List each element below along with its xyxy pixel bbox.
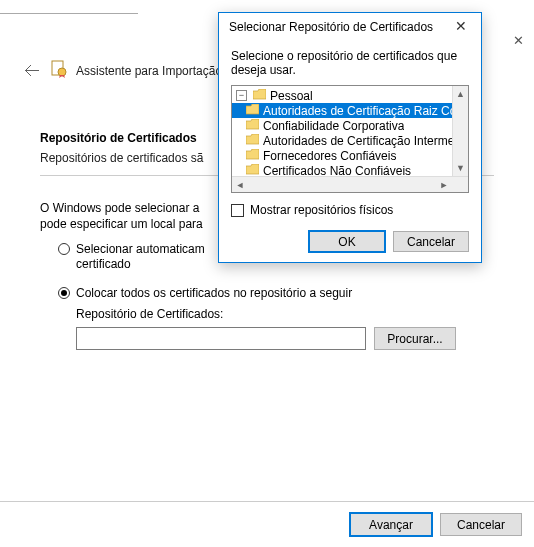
dialog-title: Selecionar Repositório de Certificados [229, 20, 433, 34]
radio-icon [58, 287, 70, 299]
svg-point-1 [58, 68, 66, 76]
tree-item[interactable]: −Pessoal [232, 88, 452, 103]
radio-place-in-store[interactable]: Colocar todos os certificados no reposit… [58, 286, 494, 301]
ok-button[interactable]: OK [309, 231, 385, 252]
radio-place-label: Colocar todos os certificados no reposit… [76, 286, 352, 301]
radio-auto-label: Selecionar automaticam certificado [76, 242, 205, 272]
wizard-bottom-bar: Avançar Cancelar [0, 501, 534, 547]
show-physical-label: Mostrar repositórios físicos [250, 203, 393, 217]
folder-icon [253, 89, 266, 103]
scroll-down-icon[interactable]: ▼ [453, 160, 468, 176]
scroll-up-icon[interactable]: ▲ [453, 86, 468, 102]
radio-icon [58, 243, 70, 255]
dialog-cancel-button[interactable]: Cancelar [393, 231, 469, 252]
scroll-left-icon[interactable]: ◄ [232, 177, 248, 192]
dialog-close-button[interactable]: ✕ [445, 14, 477, 40]
wizard-title: Assistente para Importação de [76, 64, 239, 78]
outer-close-button[interactable]: ✕ [508, 32, 528, 52]
tree-item[interactable]: Autoridades de Certificação Raiz Confiáv… [232, 103, 452, 118]
tree-item-label: Fornecedores Confiáveis [263, 149, 396, 163]
browse-button[interactable]: Procurar... [374, 327, 456, 350]
folder-icon [246, 149, 259, 163]
cancel-button[interactable]: Cancelar [440, 513, 522, 536]
store-label: Repositório de Certificados: [76, 307, 534, 321]
next-button[interactable]: Avançar [350, 513, 432, 536]
tab-border [0, 13, 138, 14]
tree-item[interactable]: Fornecedores Confiáveis [232, 148, 452, 163]
back-arrow-icon[interactable]: 🡠 [22, 62, 42, 80]
folder-icon [246, 119, 259, 133]
tree-item[interactable]: Autoridades de Certificação Intermediári… [232, 133, 452, 148]
certificate-store-input[interactable] [76, 327, 366, 350]
certificate-store-tree[interactable]: −PessoalAutoridades de Certificação Raiz… [231, 85, 469, 193]
checkbox-icon [231, 204, 244, 217]
folder-icon [246, 104, 259, 118]
select-store-dialog: Selecionar Repositório de Certificados ✕… [218, 12, 482, 263]
tree-item[interactable]: Confiabilidade Corporativa [232, 118, 452, 133]
certificate-icon [50, 60, 68, 81]
vertical-scrollbar[interactable]: ▲ ▼ [452, 86, 468, 176]
dialog-message: Selecione o repositório de certificados … [231, 49, 469, 77]
horizontal-scrollbar[interactable]: ◄ ► [232, 176, 468, 192]
show-physical-checkbox[interactable]: Mostrar repositórios físicos [231, 203, 469, 217]
scroll-right-icon[interactable]: ► [436, 177, 452, 192]
expand-minus-icon[interactable]: − [236, 90, 247, 101]
tree-item-label: Autoridades de Certificação Raiz Confiáv… [263, 104, 452, 118]
tree-item-label: Pessoal [270, 89, 313, 103]
tree-item-label: Autoridades de Certificação Intermediári… [263, 134, 452, 148]
browser-tab-fragment [0, 0, 10, 13]
folder-icon [246, 134, 259, 148]
tree-item-label: Confiabilidade Corporativa [263, 119, 404, 133]
